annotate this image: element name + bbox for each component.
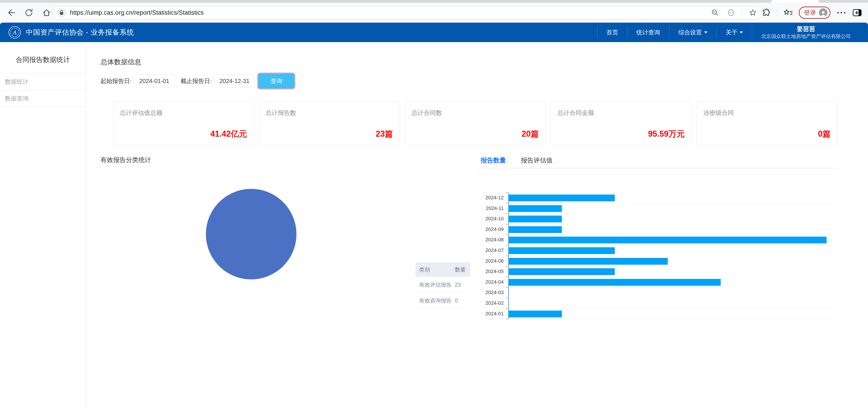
bar-track bbox=[508, 309, 837, 319]
bar[interactable] bbox=[509, 226, 562, 233]
bar-category-label: 2024-08 bbox=[468, 234, 508, 245]
extensions-button[interactable] bbox=[761, 8, 771, 18]
app-header: A 中国资产评估协会 - 业务报备系统 首页 统计查询 综合设置 关于 姜苗苗 … bbox=[0, 23, 868, 42]
bar-category-label: 2024-02 bbox=[468, 298, 508, 309]
bar-row: 2024-05 bbox=[468, 266, 837, 277]
bar[interactable] bbox=[509, 194, 615, 201]
bar-track bbox=[508, 245, 837, 256]
zoom-out-button[interactable] bbox=[710, 8, 720, 18]
window-titlebar bbox=[0, 0, 868, 3]
bar-category-label: 2024-11 bbox=[468, 203, 508, 214]
card-title: 总计合同数 bbox=[412, 109, 442, 117]
pie-chart[interactable] bbox=[206, 189, 297, 279]
card-value: 95.59万元 bbox=[648, 128, 685, 139]
settings-menu-button[interactable] bbox=[836, 8, 846, 18]
sidebar-item-data-statistics[interactable]: 数据统计 bbox=[0, 73, 86, 90]
table-header-category: 类别 bbox=[419, 266, 455, 273]
sidebar-item-data-query[interactable]: 数据查询 bbox=[0, 90, 86, 107]
end-date-label: 截止报告日: bbox=[181, 77, 212, 85]
card-value: 0篇 bbox=[818, 128, 831, 139]
date-filter-form: 起始报告日: 截止报告日: 查询 bbox=[100, 74, 294, 88]
lock-icon bbox=[59, 10, 64, 15]
bar[interactable] bbox=[509, 268, 615, 275]
address-bar[interactable]: https://uimp.cas.org.cn/report/Statistic… bbox=[53, 6, 762, 19]
table-header-count: 数量 bbox=[455, 266, 470, 273]
end-date-input[interactable] bbox=[214, 74, 255, 88]
bar-category-label: 2024-10 bbox=[468, 214, 508, 224]
nav-item-about[interactable]: 关于 bbox=[717, 29, 752, 36]
circle-ellipsis-icon bbox=[727, 9, 735, 17]
user-info[interactable]: 姜苗苗 北京国众联土地房地产资产评估有限公司 bbox=[752, 25, 860, 40]
browser-chrome: https://uimp.cas.org.cn/report/Statistic… bbox=[0, 0, 868, 23]
bar-row: 2024-02 bbox=[468, 298, 837, 309]
bar-track bbox=[508, 203, 837, 214]
bookmark-button[interactable] bbox=[748, 8, 758, 18]
cas-logo: A bbox=[8, 26, 21, 39]
chevron-down-icon bbox=[704, 31, 707, 33]
card-title: 总计报告数 bbox=[266, 109, 296, 117]
pie-legend-table: 类别 数量 有效评估报告 23 有效咨询报告 0 bbox=[415, 262, 470, 309]
bar-track bbox=[508, 277, 837, 287]
chevron-down-icon bbox=[740, 31, 743, 33]
card-total-contracts: 总计合同数 20篇 bbox=[405, 101, 546, 146]
card-total-appraisal-value: 总计评估值总额 41.42亿元 bbox=[113, 101, 254, 146]
table-cell-count: 23 bbox=[455, 282, 470, 288]
nav-item-settings[interactable]: 综合设置 bbox=[669, 29, 716, 36]
card-value: 41.42亿元 bbox=[211, 128, 247, 139]
pie-section-title: 有效报告分类统计 bbox=[100, 156, 151, 164]
app-title: 中国资产评估协会 - 业务报备系统 bbox=[26, 28, 134, 37]
user-company: 北京国众联土地房地产资产评估有限公司 bbox=[761, 33, 851, 40]
refresh-button[interactable] bbox=[24, 8, 34, 18]
card-title: 总计评估值总额 bbox=[120, 109, 162, 117]
table-cell-label: 有效咨询报告 bbox=[419, 297, 455, 304]
bar[interactable] bbox=[509, 258, 668, 265]
nav-item-home[interactable]: 首页 bbox=[597, 29, 627, 36]
card-classified-contracts: 涉密级合同 0篇 bbox=[697, 101, 837, 146]
tab-report-appraisal-value[interactable]: 报告评估值 bbox=[521, 156, 553, 165]
bar-row: 2024-04 bbox=[468, 277, 837, 287]
home-button[interactable] bbox=[42, 8, 52, 18]
star-lines-icon bbox=[783, 8, 793, 17]
stat-cards-row: 总计评估值总额 41.42亿元 总计报告数 23篇 总计合同数 20篇 总计合同… bbox=[113, 101, 837, 146]
nav-label: 综合设置 bbox=[678, 29, 702, 36]
tab-report-count[interactable]: 报告数量 bbox=[480, 156, 506, 165]
bar[interactable] bbox=[509, 311, 562, 317]
bar[interactable] bbox=[509, 247, 615, 254]
nav-label: 首页 bbox=[607, 29, 618, 36]
url-text: https://uimp.cas.org.cn/report/Statistic… bbox=[70, 9, 204, 16]
bar-row: 2024-03 bbox=[468, 287, 837, 298]
login-label: 登录 bbox=[804, 9, 816, 17]
bar-row: 2024-10 bbox=[468, 214, 837, 224]
query-button[interactable]: 查询 bbox=[258, 74, 294, 88]
refresh-icon bbox=[25, 8, 33, 17]
bar-category-label: 2024-12 bbox=[468, 192, 508, 203]
bar-row: 2024-12 bbox=[468, 192, 837, 203]
bar[interactable] bbox=[509, 237, 827, 243]
browser-login-button[interactable]: 登录 bbox=[799, 6, 831, 19]
bar-row: 2024-11 bbox=[468, 203, 837, 214]
bar-chart: 2024-122024-112024-102024-092024-082024-… bbox=[468, 192, 837, 319]
sidebar-title: 合同报告数据统计 bbox=[0, 55, 86, 73]
start-date-input[interactable] bbox=[134, 74, 175, 88]
zoom-out-icon bbox=[711, 9, 719, 17]
reading-options-button[interactable] bbox=[726, 8, 736, 18]
bar-category-label: 2024-05 bbox=[468, 266, 508, 277]
back-icon bbox=[7, 8, 16, 17]
bar-row: 2024-01 bbox=[468, 309, 837, 319]
card-title: 涉密级合同 bbox=[703, 109, 734, 117]
overview-section-title: 总体数据信息 bbox=[100, 58, 141, 67]
main-content: 总体数据信息 起始报告日: 截止报告日: 查询 总计评估值总额 41.42亿元 … bbox=[86, 42, 868, 409]
sidebar-toggle-button[interactable] bbox=[852, 8, 862, 18]
site-security-badge[interactable] bbox=[57, 8, 66, 18]
collections-button[interactable] bbox=[783, 8, 793, 18]
bar-track bbox=[508, 234, 837, 245]
bar[interactable] bbox=[509, 216, 562, 222]
back-button[interactable] bbox=[6, 8, 16, 18]
sidebar-panel-icon bbox=[852, 8, 862, 17]
bar[interactable] bbox=[509, 279, 721, 286]
toolbar-divider bbox=[777, 9, 777, 17]
nav-label: 关于 bbox=[726, 29, 738, 36]
nav-item-statistics-query[interactable]: 统计查询 bbox=[627, 29, 669, 36]
top-right-notch bbox=[771, 0, 819, 3]
bar[interactable] bbox=[509, 205, 562, 212]
